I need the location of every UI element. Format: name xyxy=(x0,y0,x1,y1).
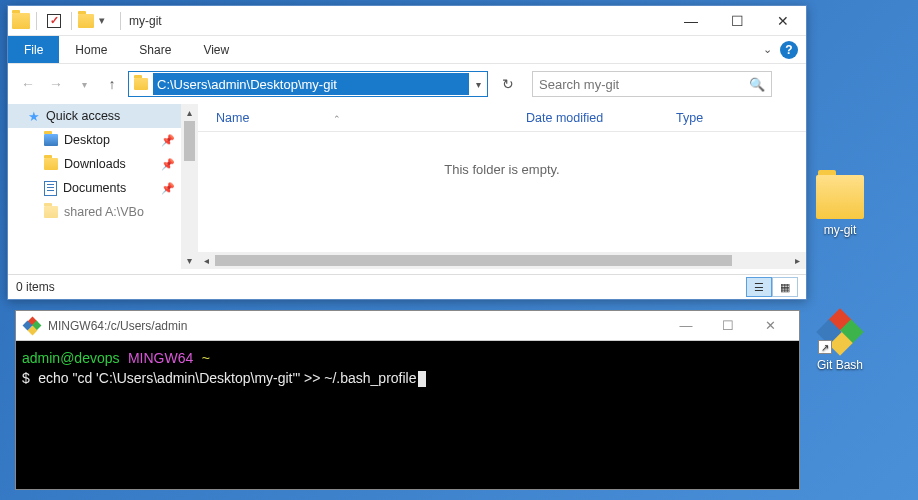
folder-icon xyxy=(12,13,30,29)
close-button[interactable]: ✕ xyxy=(749,312,791,340)
item-count: 0 items xyxy=(16,280,55,294)
address-bar-row: ← → ▾ ↑ ▾ ↻ 🔍 xyxy=(8,64,806,104)
file-explorer-window: ✓ ▾ my-git ― ☐ ✕ File Home Share View ⌄ … xyxy=(7,5,807,300)
column-name[interactable]: Name ⌃ xyxy=(216,111,526,125)
documents-icon xyxy=(44,181,57,196)
sidebar-item-label: shared A:\VBo xyxy=(64,205,144,219)
qat-checkbox-button[interactable]: ✓ xyxy=(43,10,65,32)
pin-icon: 📌 xyxy=(161,182,175,195)
sidebar-item-desktop[interactable]: Desktop 📌 xyxy=(8,128,181,152)
folder-icon xyxy=(131,74,151,94)
scroll-right-icon[interactable]: ▸ xyxy=(789,252,806,269)
maximize-button[interactable]: ☐ xyxy=(714,6,760,36)
icons-view-button[interactable]: ▦ xyxy=(772,277,798,297)
cursor xyxy=(418,371,426,387)
desktop-icon-label: my-git xyxy=(802,223,878,237)
terminal-user: admin@devops xyxy=(22,350,120,366)
details-view-button[interactable]: ☰ xyxy=(746,277,772,297)
terminal-titlebar: MINGW64:/c/Users/admin ― ☐ ✕ xyxy=(16,311,799,341)
sidebar-item-label: Desktop xyxy=(64,133,110,147)
titlebar: ✓ ▾ my-git ― ☐ ✕ xyxy=(8,6,806,36)
minimize-button[interactable]: ― xyxy=(665,312,707,340)
scroll-down-icon[interactable]: ▾ xyxy=(181,252,198,269)
folder-icon xyxy=(44,206,58,218)
sidebar-scrollbar[interactable]: ▴ ▾ xyxy=(181,104,198,269)
ribbon-expand-icon[interactable]: ⌄ xyxy=(763,43,772,56)
sidebar-quick-access[interactable]: ★ Quick access xyxy=(8,104,181,128)
tab-view[interactable]: View xyxy=(187,36,245,63)
search-icon[interactable]: 🔍 xyxy=(749,77,765,92)
back-button[interactable]: ← xyxy=(16,72,40,96)
column-headers: Name ⌃ Date modified Type xyxy=(198,104,806,132)
scroll-left-icon[interactable]: ◂ xyxy=(198,252,215,269)
search-input[interactable] xyxy=(539,77,749,92)
sidebar-item-documents[interactable]: Documents 📌 xyxy=(8,176,181,200)
up-button[interactable]: ↑ xyxy=(100,72,124,96)
sidebar-item-label: Downloads xyxy=(64,157,126,171)
downloads-icon xyxy=(44,158,58,170)
file-list-pane: Name ⌃ Date modified Type This folder is… xyxy=(198,104,806,269)
git-bash-icon: ↗ xyxy=(818,310,862,354)
git-bash-icon xyxy=(24,318,40,334)
desktop-icon-label: Git Bash xyxy=(802,358,878,372)
desktop-folder-my-git[interactable]: my-git xyxy=(802,175,878,237)
desktop-icon xyxy=(44,134,58,146)
sidebar-item-downloads[interactable]: Downloads 📌 xyxy=(8,152,181,176)
tab-file[interactable]: File xyxy=(8,36,59,63)
tab-share[interactable]: Share xyxy=(123,36,187,63)
sidebar-item-label: Documents xyxy=(63,181,126,195)
horizontal-scrollbar[interactable]: ◂ ▸ xyxy=(198,252,806,269)
column-header-label: Name xyxy=(216,111,249,125)
pin-icon: 📌 xyxy=(161,158,175,171)
empty-folder-message: This folder is empty. xyxy=(198,132,806,252)
tab-home[interactable]: Home xyxy=(59,36,123,63)
close-button[interactable]: ✕ xyxy=(760,6,806,36)
scroll-up-icon[interactable]: ▴ xyxy=(181,104,198,121)
maximize-button[interactable]: ☐ xyxy=(707,312,749,340)
sort-caret-icon: ⌃ xyxy=(333,114,341,124)
terminal-title: MINGW64:/c/Users/admin xyxy=(48,319,187,333)
minimize-button[interactable]: ― xyxy=(668,6,714,36)
git-bash-terminal-window: MINGW64:/c/Users/admin ― ☐ ✕ admin@devop… xyxy=(15,310,800,490)
address-bar[interactable]: ▾ xyxy=(128,71,488,97)
shortcut-arrow-icon: ↗ xyxy=(818,340,832,354)
forward-button[interactable]: → xyxy=(44,72,68,96)
address-dropdown-icon[interactable]: ▾ xyxy=(469,79,487,90)
address-input[interactable] xyxy=(153,73,469,95)
ribbon-tabs: File Home Share View ⌄ ? xyxy=(8,36,806,64)
star-icon: ★ xyxy=(28,109,40,124)
column-type[interactable]: Type xyxy=(676,111,703,125)
recent-dropdown[interactable]: ▾ xyxy=(72,72,96,96)
search-box[interactable]: 🔍 xyxy=(532,71,772,97)
terminal-env: MINGW64 xyxy=(128,350,193,366)
scroll-thumb[interactable] xyxy=(184,121,195,161)
sidebar-item-shared[interactable]: shared A:\VBo xyxy=(8,200,181,224)
qat-dropdown[interactable]: ▾ xyxy=(96,10,108,32)
terminal-prompt: $ xyxy=(22,370,30,386)
desktop-shortcut-git-bash[interactable]: ↗ Git Bash xyxy=(802,310,878,372)
terminal-cwd: ~ xyxy=(202,350,210,366)
terminal-body[interactable]: admin@devops MINGW64 ~ $ echo "cd 'C:\Us… xyxy=(16,341,799,397)
column-date-modified[interactable]: Date modified xyxy=(526,111,676,125)
status-bar: 0 items ☰ ▦ xyxy=(8,274,806,299)
help-icon[interactable]: ? xyxy=(780,41,798,59)
refresh-button[interactable]: ↻ xyxy=(496,72,520,96)
navigation-pane: ★ Quick access Desktop 📌 Downloads 📌 Doc… xyxy=(8,104,198,269)
terminal-command: echo "cd 'C:\Users\admin\Desktop\my-git'… xyxy=(38,370,416,386)
folder-icon xyxy=(78,14,94,28)
scroll-thumb[interactable] xyxy=(215,255,732,266)
pin-icon: 📌 xyxy=(161,134,175,147)
window-title: my-git xyxy=(129,14,162,28)
sidebar-item-label: Quick access xyxy=(46,109,120,123)
folder-icon xyxy=(816,175,864,219)
